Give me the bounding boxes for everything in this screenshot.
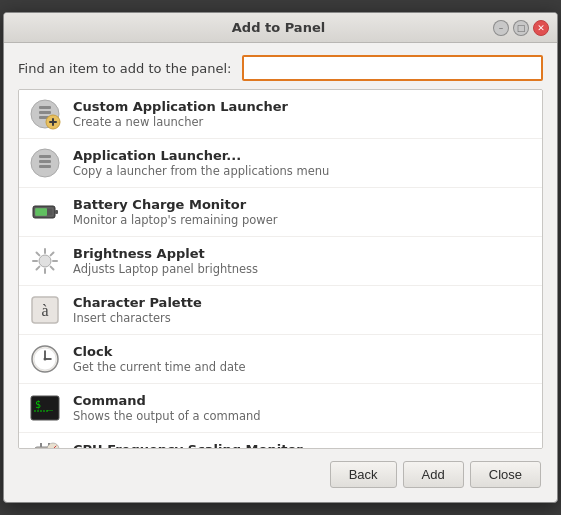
custom-launcher-name: Custom Application Launcher <box>73 99 288 114</box>
character-icon: à <box>27 292 63 328</box>
custom-launcher-text: Custom Application Launcher Create a new… <box>73 99 288 129</box>
custom-launcher-icon <box>27 96 63 132</box>
cpu-icon: CPU <box>27 439 63 449</box>
svg-rect-2 <box>39 111 51 114</box>
svg-line-23 <box>37 267 40 270</box>
minimize-button[interactable]: – <box>493 20 509 36</box>
list-item[interactable]: Battery Charge Monitor Monitor a laptop'… <box>19 188 542 237</box>
list-item[interactable]: Custom Application Launcher Create a new… <box>19 90 542 139</box>
brightness-text: Brightness Applet Adjusts Laptop panel b… <box>73 246 258 276</box>
svg-point-30 <box>44 358 47 361</box>
battery-text: Battery Charge Monitor Monitor a laptop'… <box>73 197 278 227</box>
character-text: Character Palette Insert characters <box>73 295 202 325</box>
list-item[interactable]: à Character Palette Insert characters <box>19 286 542 335</box>
character-desc: Insert characters <box>73 311 202 325</box>
command-icon: $ _ <box>27 390 63 426</box>
app-launcher-desc: Copy a launcher from the applications me… <box>73 164 329 178</box>
list-item[interactable]: CPU CPU Frequency Scaling Monitor Monito… <box>19 433 542 449</box>
close-window-button[interactable]: ✕ <box>533 20 549 36</box>
battery-desc: Monitor a laptop's remaining power <box>73 213 278 227</box>
titlebar-controls: – □ ✕ <box>493 20 549 36</box>
search-label: Find an item to add to the panel: <box>18 61 232 76</box>
list-item[interactable]: Application Launcher... Copy a launcher … <box>19 139 542 188</box>
app-launcher-icon <box>27 145 63 181</box>
command-desc: Shows the output of a command <box>73 409 261 423</box>
search-input[interactable] <box>242 55 544 81</box>
window-title: Add to Panel <box>64 20 493 35</box>
list-item[interactable]: Brightness Applet Adjusts Laptop panel b… <box>19 237 542 286</box>
svg-point-15 <box>39 255 51 267</box>
svg-rect-10 <box>39 165 51 168</box>
close-button[interactable]: Close <box>470 461 541 488</box>
cpu-name: CPU Frequency Scaling Monitor <box>73 442 303 449</box>
minimize-icon: – <box>499 23 504 33</box>
list-item[interactable]: $ _ Command Shows the output of a comman… <box>19 384 542 433</box>
svg-rect-13 <box>35 208 47 216</box>
list-item[interactable]: Clock Get the current time and date <box>19 335 542 384</box>
svg-rect-6 <box>49 121 57 123</box>
custom-launcher-desc: Create a new launcher <box>73 115 288 129</box>
add-to-panel-window: Add to Panel – □ ✕ Find an item to add t… <box>3 12 558 503</box>
command-name: Command <box>73 393 261 408</box>
svg-rect-8 <box>39 155 51 158</box>
svg-rect-9 <box>39 160 51 163</box>
titlebar: Add to Panel – □ ✕ <box>4 13 557 43</box>
items-list[interactable]: Custom Application Launcher Create a new… <box>18 89 543 449</box>
battery-name: Battery Charge Monitor <box>73 197 278 212</box>
app-launcher-text: Application Launcher... Copy a launcher … <box>73 148 329 178</box>
battery-icon <box>27 194 63 230</box>
svg-text:à: à <box>41 302 48 319</box>
maximize-icon: □ <box>517 23 526 33</box>
command-text: Command Shows the output of a command <box>73 393 261 423</box>
svg-line-20 <box>37 253 40 256</box>
svg-line-22 <box>51 253 54 256</box>
clock-name: Clock <box>73 344 246 359</box>
clock-text: Clock Get the current time and date <box>73 344 246 374</box>
add-button[interactable]: Add <box>403 461 464 488</box>
cpu-text: CPU Frequency Scaling Monitor Monitor th… <box>73 442 303 449</box>
button-row: Back Add Close <box>18 457 543 492</box>
search-row: Find an item to add to the panel: <box>18 55 543 81</box>
maximize-button[interactable]: □ <box>513 20 529 36</box>
svg-line-21 <box>51 267 54 270</box>
character-name: Character Palette <box>73 295 202 310</box>
app-launcher-name: Application Launcher... <box>73 148 329 163</box>
svg-rect-1 <box>39 106 51 109</box>
svg-text:$ _: $ _ <box>35 399 54 411</box>
clock-icon <box>27 341 63 377</box>
svg-rect-12 <box>55 210 58 214</box>
brightness-desc: Adjusts Laptop panel brightness <box>73 262 258 276</box>
clock-desc: Get the current time and date <box>73 360 246 374</box>
back-button[interactable]: Back <box>330 461 397 488</box>
svg-rect-36 <box>40 443 42 447</box>
brightness-icon <box>27 243 63 279</box>
brightness-name: Brightness Applet <box>73 246 258 261</box>
dialog-content: Find an item to add to the panel: <box>4 43 557 502</box>
close-icon: ✕ <box>537 23 545 33</box>
